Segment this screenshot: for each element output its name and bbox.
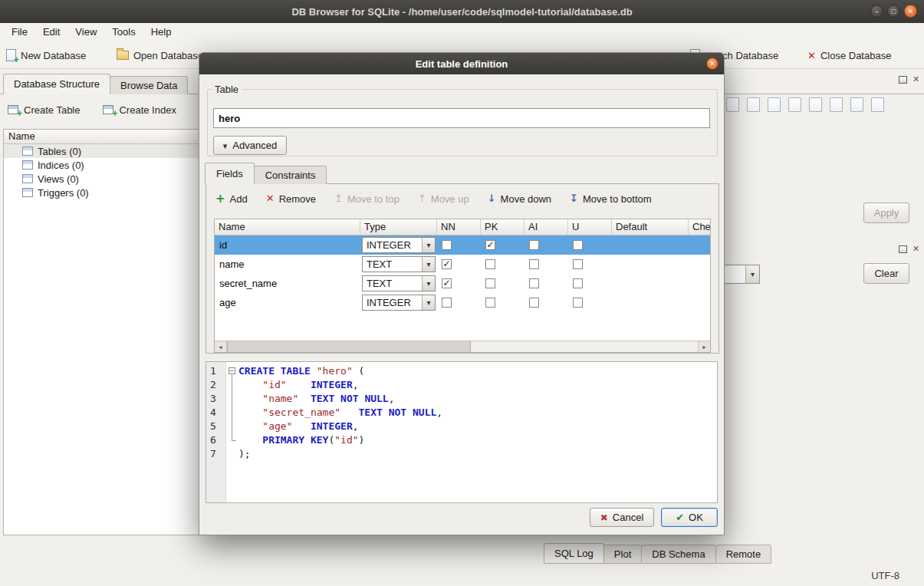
remove-button[interactable]: ✕Remove: [266, 193, 316, 205]
u-checkbox[interactable]: [573, 240, 583, 250]
advanced-button[interactable]: Advanced: [213, 136, 287, 155]
bottom-tab-sql-log[interactable]: SQL Log: [544, 543, 604, 564]
column-header-name[interactable]: Name: [215, 219, 360, 235]
field-row-id[interactable]: idINTEGER: [215, 235, 710, 255]
new-database-button[interactable]: New Database: [6, 47, 86, 64]
document-icon[interactable]: [809, 97, 822, 112]
u-checkbox[interactable]: [573, 278, 583, 288]
move-to-bottom-button[interactable]: ↧Move to bottom: [570, 193, 652, 205]
tab-fields[interactable]: Fields: [205, 163, 255, 184]
identity-combobox[interactable]: [725, 265, 760, 284]
minimize-icon[interactable]: [870, 5, 883, 18]
column-header-ai[interactable]: AI: [524, 219, 568, 235]
close-window-icon[interactable]: [904, 5, 917, 18]
nn-checkbox[interactable]: [442, 240, 452, 250]
open-folder-icon: [117, 51, 129, 60]
column-header-type[interactable]: Type: [360, 219, 437, 235]
cell-pk: [481, 235, 524, 255]
tree-header-label: Name: [8, 130, 35, 142]
bottom-tab-db-schema[interactable]: DB Schema: [641, 545, 715, 564]
create-index-label: Create Index: [119, 104, 176, 116]
ai-checkbox[interactable]: [529, 278, 539, 288]
tab-constraints[interactable]: Constraints: [254, 166, 327, 184]
add-button[interactable]: +Add: [215, 193, 248, 205]
add-icon: +: [215, 193, 225, 204]
bottom-tab-plot[interactable]: Plot: [603, 545, 642, 564]
sql-preview[interactable]: 1−CREATE TABLE "hero" (2 "id" INTEGER,3 …: [206, 361, 718, 503]
apply-button[interactable]: Apply: [863, 202, 909, 223]
document-icon[interactable]: [788, 97, 801, 112]
default-cell: [612, 235, 689, 255]
create-table-icon: [8, 105, 18, 114]
menu-item-view[interactable]: View: [67, 25, 104, 39]
table-folder-icon: [22, 160, 33, 170]
u-checkbox[interactable]: [573, 298, 583, 308]
sql-line: 2 "id" INTEGER,: [206, 378, 717, 392]
open-database-button[interactable]: Open Database...: [117, 47, 212, 64]
close-database-button[interactable]: Close Database: [807, 47, 891, 64]
column-header-nn[interactable]: NN: [437, 219, 481, 235]
maximize-icon[interactable]: [887, 5, 900, 18]
table-folder-icon: [22, 188, 33, 197]
horizontal-scrollbar[interactable]: [215, 341, 710, 352]
dock-float-icon[interactable]: [899, 245, 907, 253]
window-titlebar[interactable]: DB Browser for SQLite - /home/user/code/…: [0, 0, 924, 23]
field-row-name[interactable]: nameTEXT: [215, 255, 710, 274]
type-combobox[interactable]: INTEGER: [362, 295, 436, 311]
sql-line: 3 "name" TEXT NOT NULL,: [206, 392, 717, 406]
pk-checkbox[interactable]: [485, 240, 495, 250]
pk-checkbox[interactable]: [485, 298, 495, 308]
nn-checkbox[interactable]: [442, 278, 452, 288]
check-cell: [689, 274, 710, 293]
type-combobox[interactable]: TEXT: [362, 275, 436, 291]
field-row-secret_name[interactable]: secret_nameTEXT: [215, 274, 710, 293]
clear-button[interactable]: Clear: [863, 263, 909, 284]
document-icon[interactable]: [768, 97, 781, 112]
document-icon[interactable]: [830, 97, 843, 112]
dialog-titlebar[interactable]: Edit table definition: [199, 53, 724, 74]
column-header-check[interactable]: Check: [689, 219, 710, 235]
nn-checkbox[interactable]: [442, 259, 452, 269]
fold-marker-icon[interactable]: −: [226, 364, 238, 378]
table-name-input[interactable]: [213, 108, 710, 128]
ai-checkbox[interactable]: [529, 240, 539, 250]
type-combobox[interactable]: INTEGER: [362, 237, 436, 253]
field-type-cell: TEXT: [360, 274, 437, 293]
scroll-left-icon[interactable]: [215, 341, 227, 352]
create-table-button[interactable]: Create Table: [8, 104, 80, 116]
column-header-default[interactable]: Default: [612, 219, 689, 235]
field-row-age[interactable]: ageINTEGER: [215, 293, 710, 312]
pk-checkbox[interactable]: [485, 259, 495, 269]
ai-checkbox[interactable]: [529, 259, 539, 269]
ai-checkbox[interactable]: [529, 298, 539, 308]
type-combobox[interactable]: TEXT: [362, 256, 436, 272]
scrollbar-thumb[interactable]: [227, 341, 471, 352]
nn-checkbox[interactable]: [442, 298, 452, 308]
dialog-close-icon[interactable]: [706, 58, 718, 70]
document-icon[interactable]: [850, 97, 863, 112]
document-icon[interactable]: [871, 97, 884, 112]
menu-item-file[interactable]: File: [4, 25, 35, 39]
create-index-button[interactable]: Create Index: [103, 104, 176, 116]
column-header-pk[interactable]: PK: [481, 219, 524, 235]
column-header-u[interactable]: U: [568, 219, 612, 235]
u-checkbox[interactable]: [573, 259, 583, 269]
tab-browse-data[interactable]: Browse Data: [110, 76, 188, 94]
pk-checkbox[interactable]: [485, 278, 495, 288]
document-icon[interactable]: [747, 97, 760, 112]
table-folder-icon: [22, 174, 33, 183]
menu-item-tools[interactable]: Tools: [104, 25, 143, 39]
ok-button[interactable]: OK: [661, 508, 718, 527]
move-to-bottom-icon: ↧: [570, 193, 578, 204]
bottom-tab-remote[interactable]: Remote: [715, 545, 772, 564]
move-down-button[interactable]: ↓Move down: [488, 193, 551, 205]
cancel-button[interactable]: Cancel: [590, 508, 654, 527]
dock-float-icon[interactable]: [899, 76, 907, 84]
document-icon[interactable]: [726, 97, 739, 112]
scroll-right-icon[interactable]: [698, 341, 710, 352]
dock-close-icon[interactable]: [912, 75, 919, 84]
menu-item-edit[interactable]: Edit: [35, 25, 67, 39]
tab-database-structure[interactable]: Database Structure: [3, 74, 110, 94]
menu-item-help[interactable]: Help: [143, 25, 179, 39]
dock-close-icon[interactable]: [912, 245, 919, 253]
